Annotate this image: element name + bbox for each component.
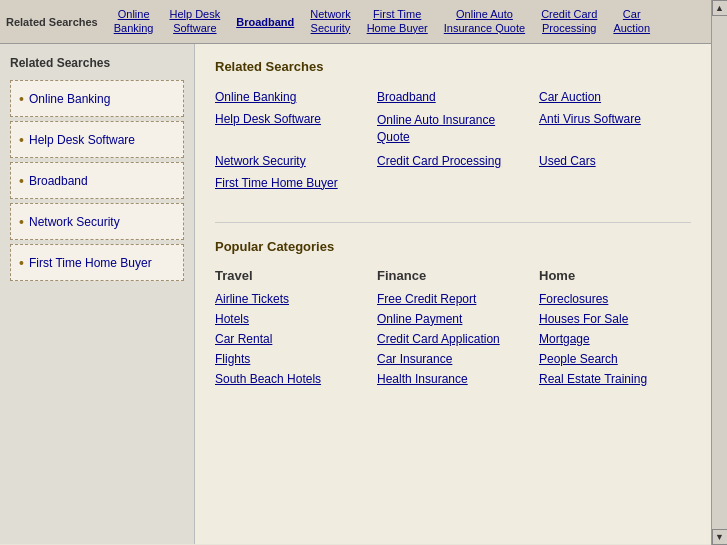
related-link-broadband[interactable]: Broadband bbox=[377, 88, 529, 106]
link-airline-tickets[interactable]: Airline Tickets bbox=[215, 289, 367, 309]
related-link-used-cars[interactable]: Used Cars bbox=[539, 152, 691, 170]
sidebar-link-help-desk[interactable]: Help Desk Software bbox=[29, 133, 135, 147]
categories-grid: Travel Airline Tickets Hotels Car Rental… bbox=[215, 268, 691, 389]
related-link-antivirus[interactable]: Anti Virus Software bbox=[539, 110, 691, 148]
scroll-down-button[interactable]: ▼ bbox=[712, 529, 728, 545]
category-travel: Travel Airline Tickets Hotels Car Rental… bbox=[215, 268, 367, 389]
home-header: Home bbox=[539, 268, 691, 283]
related-searches-grid: Online Banking Broadband Car Auction Hel… bbox=[215, 88, 691, 192]
content-area: Related Searches Online Banking Broadban… bbox=[195, 44, 711, 544]
link-credit-card-application[interactable]: Credit Card Application bbox=[377, 329, 529, 349]
popular-categories-section: Popular Categories Travel Airline Ticket… bbox=[215, 239, 691, 389]
section-divider bbox=[215, 222, 691, 223]
link-flights[interactable]: Flights bbox=[215, 349, 367, 369]
nav-online-banking[interactable]: Online Banking bbox=[106, 6, 162, 36]
travel-header: Travel bbox=[215, 268, 367, 283]
nav-network-security[interactable]: Network Security bbox=[302, 6, 358, 36]
finance-header: Finance bbox=[377, 268, 529, 283]
related-link-car-auction[interactable]: Car Auction bbox=[539, 88, 691, 106]
sidebar-title: Related Searches bbox=[10, 56, 184, 70]
main-container: Related Searches Online Banking Help Des… bbox=[0, 44, 727, 544]
related-link-network-security[interactable]: Network Security bbox=[215, 152, 367, 170]
link-houses-for-sale[interactable]: Houses For Sale bbox=[539, 309, 691, 329]
link-people-search[interactable]: People Search bbox=[539, 349, 691, 369]
top-nav: Related Searches Online Banking Help Des… bbox=[0, 0, 727, 44]
link-south-beach-hotels[interactable]: South Beach Hotels bbox=[215, 369, 367, 389]
link-mortgage[interactable]: Mortgage bbox=[539, 329, 691, 349]
sidebar-link-broadband[interactable]: Broadband bbox=[29, 174, 88, 188]
popular-categories-title: Popular Categories bbox=[215, 239, 691, 254]
link-car-rental[interactable]: Car Rental bbox=[215, 329, 367, 349]
related-link-online-auto[interactable]: Online Auto Insurance Quote bbox=[377, 110, 529, 148]
top-nav-label: Related Searches bbox=[6, 16, 98, 28]
nav-help-desk[interactable]: Help Desk Software bbox=[161, 6, 228, 36]
nav-online-auto[interactable]: Online Auto Insurance Quote bbox=[436, 6, 533, 36]
related-link-first-time[interactable]: First Time Home Buyer bbox=[215, 174, 367, 192]
scrollbar: ▲ ▼ bbox=[711, 0, 727, 545]
sidebar-link-first-time[interactable]: First Time Home Buyer bbox=[29, 256, 152, 270]
nav-credit-card[interactable]: Credit Card Processing bbox=[533, 6, 605, 36]
sidebar-item-online-banking[interactable]: Online Banking bbox=[10, 80, 184, 117]
sidebar: Related Searches Online Banking Help Des… bbox=[0, 44, 195, 544]
link-online-payment[interactable]: Online Payment bbox=[377, 309, 529, 329]
related-link-online-banking[interactable]: Online Banking bbox=[215, 88, 367, 106]
link-foreclosures[interactable]: Foreclosures bbox=[539, 289, 691, 309]
sidebar-link-online-banking[interactable]: Online Banking bbox=[29, 92, 110, 106]
sidebar-link-network-security[interactable]: Network Security bbox=[29, 215, 120, 229]
category-finance: Finance Free Credit Report Online Paymen… bbox=[377, 268, 529, 389]
nav-first-time[interactable]: First Time Home Buyer bbox=[359, 6, 436, 36]
link-free-credit-report[interactable]: Free Credit Report bbox=[377, 289, 529, 309]
category-home: Home Foreclosures Houses For Sale Mortga… bbox=[539, 268, 691, 389]
sidebar-item-first-time[interactable]: First Time Home Buyer bbox=[10, 244, 184, 281]
related-link-credit-card[interactable]: Credit Card Processing bbox=[377, 152, 529, 170]
sidebar-item-broadband[interactable]: Broadband bbox=[10, 162, 184, 199]
scroll-up-button[interactable]: ▲ bbox=[712, 0, 728, 16]
related-searches-title: Related Searches bbox=[215, 59, 691, 74]
nav-broadband[interactable]: Broadband bbox=[228, 14, 302, 30]
link-real-estate-training[interactable]: Real Estate Training bbox=[539, 369, 691, 389]
link-car-insurance[interactable]: Car Insurance bbox=[377, 349, 529, 369]
link-health-insurance[interactable]: Health Insurance bbox=[377, 369, 529, 389]
sidebar-item-help-desk[interactable]: Help Desk Software bbox=[10, 121, 184, 158]
sidebar-item-network-security[interactable]: Network Security bbox=[10, 203, 184, 240]
link-hotels[interactable]: Hotels bbox=[215, 309, 367, 329]
related-link-help-desk[interactable]: Help Desk Software bbox=[215, 110, 367, 148]
nav-car-auction[interactable]: Car Auction bbox=[605, 6, 658, 36]
